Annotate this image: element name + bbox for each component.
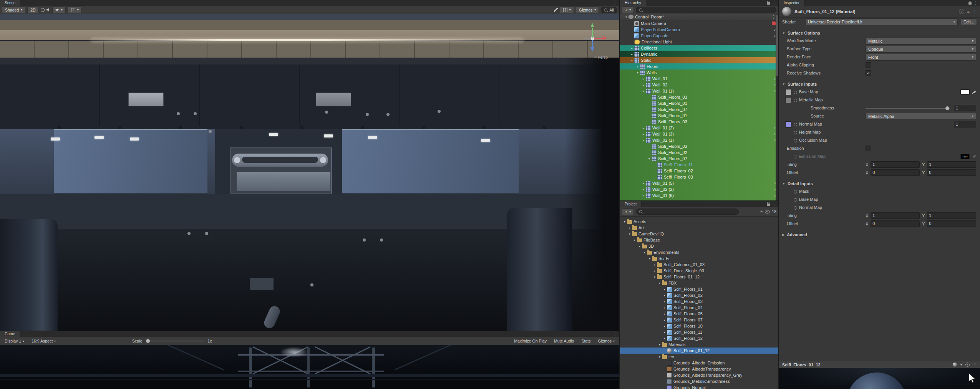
project-row[interactable]: ▸Art [620,225,778,231]
chevron-down-icon[interactable]: ▾ [960,363,962,366]
shader-dropdown[interactable]: Universal Render Pipeline/Lit▾ [805,18,958,25]
mute-audio-button[interactable]: Mute Audio [551,337,577,345]
favorite-star-icon[interactable]: ★ [760,210,763,214]
project-row[interactable]: Grounds_Albedo_Emission [620,360,778,366]
hierarchy-row[interactable]: ▸Wall_02› [620,82,778,88]
gizmo-y-cone[interactable] [590,23,594,27]
effects-dropdown[interactable]: ▾ [52,7,66,13]
hierarchy-row[interactable]: ▸Dynamic [620,51,778,57]
expander-open-icon[interactable]: ▼ [657,282,662,285]
tab-game[interactable]: Game [0,331,20,337]
hierarchy-row[interactable]: Scifi_Floors_02 [620,149,778,156]
expander-closed-icon[interactable]: ▸ [641,77,646,81]
expander-closed-icon[interactable]: ▸ [662,294,667,297]
expander-closed-icon[interactable]: ▸ [641,126,646,130]
hierarchy-row[interactable]: ▸Colliders [620,45,778,51]
expander-closed-icon[interactable]: ▸ [662,312,667,316]
expander-closed-icon[interactable]: ▸ [641,182,646,185]
hierarchy-row[interactable]: ▸Wall_01 (6)› [620,192,778,199]
maximize-on-play-button[interactable]: Maximize On Play [511,337,549,345]
material-preview-area[interactable] [779,368,980,389]
expander-closed-icon[interactable]: ▸ [630,53,634,56]
project-row[interactable]: ▸Scifi_Floors_04 [620,305,778,311]
eyedropper-icon[interactable] [972,154,976,159]
receive-shadows-checkbox[interactable]: ✓ [866,70,871,76]
tiling-y-field[interactable]: 1 [927,161,976,168]
hidden-count-eye-icon[interactable] [765,210,770,214]
hierarchy-row[interactable]: Scifi_Floors_07 [620,106,778,113]
detail-offset-y-field[interactable]: 0 [927,220,976,227]
hierarchy-row[interactable]: PlayerCapsule› [620,33,778,39]
inspector-menu-icon[interactable]: ⋮ [974,1,978,5]
expander-open-icon[interactable]: ▼ [627,233,632,235]
expander-open-icon[interactable]: ▼ [641,139,646,142]
hierarchy-row[interactable]: ▸Floors [620,63,778,70]
metallic-map-thumbnail[interactable] [785,97,791,103]
expander-closed-icon[interactable]: ▸ [662,306,667,310]
preview-menu-icon[interactable]: ⋮ [973,363,977,367]
scene-search-input[interactable]: All [601,7,617,13]
eyedropper-icon[interactable] [972,90,976,94]
gizmo-z-cone[interactable] [590,47,594,51]
preview-light-icon[interactable] [965,363,970,367]
project-row[interactable]: ▸Scifi_Floors_10 [620,323,778,329]
object-picker-icon[interactable] [794,206,797,210]
material-menu-icon[interactable]: ⋮ [973,9,977,14]
hierarchy-row[interactable]: Main Camera [620,20,778,26]
expander-closed-icon[interactable]: ▸ [630,46,634,50]
project-row[interactable]: ▸Scifi_Columns_01_03 [620,262,778,268]
game-viewport[interactable] [0,345,619,389]
surface-inputs-header[interactable]: ▼Surface Inputs [779,80,980,88]
expander-closed-icon[interactable]: ▸ [627,226,632,230]
base-map-thumbnail[interactable] [785,89,791,95]
surface-options-header[interactable]: ▼Surface Options [779,29,980,37]
offset-x-field[interactable]: 0 [871,169,920,176]
emission-hdr-swatch[interactable]: HDR [960,154,970,159]
normal-scale-field[interactable]: 1 [954,121,976,127]
expander-closed-icon[interactable]: ▸ [662,288,667,291]
hierarchy-row[interactable]: Scifi_Floors_11 [620,162,778,168]
smoothness-slider-handle[interactable] [945,106,949,110]
alpha-clipping-checkbox[interactable] [866,62,871,68]
2d-toggle-button[interactable]: 2D [27,7,38,13]
expander-open-icon[interactable]: ▼ [632,239,637,242]
source-dropdown[interactable]: Metallic Alpha▾ [866,113,976,120]
scale-slider[interactable] [146,341,204,341]
hierarchy-scrollbar-thumb[interactable] [776,15,778,76]
object-picker-icon[interactable] [794,190,797,194]
lock-icon[interactable] [767,204,770,206]
project-row[interactable]: ▼Environments [620,249,778,255]
hierarchy-row[interactable] [620,199,778,200]
expander-open-icon[interactable]: ▼ [637,245,642,248]
game-gizmos-dropdown[interactable]: Gizmos▾ [595,337,617,345]
project-row[interactable]: ▼3D [620,243,778,249]
gizmos-dropdown[interactable]: Gizmos▾ [576,7,599,13]
expander-open-icon[interactable]: ▼ [647,257,652,260]
project-row[interactable]: ▸Scifi_Floors_05 [620,311,778,317]
hierarchy-row[interactable]: ▼Wall_01 (1)› [620,88,778,94]
hierarchy-row[interactable]: PlayerFollowCamera› [620,26,778,33]
scale-slider-handle[interactable] [146,339,150,343]
hierarchy-row[interactable]: ▼Wall_02 (1)› [620,137,778,143]
expander-open-icon[interactable]: ▼ [657,356,662,358]
project-row[interactable]: ▼FileBase [620,237,778,243]
project-row[interactable]: ▸Scifi_Floors_12 [620,335,778,341]
material-preview-bar[interactable]: Scifi_Floors_01_12 ▾ ⋮ [779,361,980,368]
detail-offset-x-field[interactable]: 0 [871,220,920,227]
object-picker-icon[interactable] [794,99,797,102]
expander-closed-icon[interactable]: ▸ [662,300,667,303]
smoothness-slider[interactable] [866,108,950,109]
expander-closed-icon[interactable]: ▸ [652,269,657,273]
orientation-gizmo[interactable] [574,20,611,57]
surface-type-dropdown[interactable]: Opaque▾ [866,46,976,53]
hierarchy-row[interactable]: Directional Light [620,39,778,45]
display-dropdown[interactable]: Display 1▾ [2,337,27,345]
hierarchy-row[interactable]: Scifi_Floors_02 [620,168,778,174]
scene-audio-icon[interactable] [46,8,50,12]
advanced-header[interactable]: ▶Advanced [779,231,980,238]
normal-map-thumbnail[interactable] [785,121,791,127]
detail-tiling-x-field[interactable]: 1 [871,212,920,219]
expander-open-icon[interactable]: ▼ [635,71,640,74]
expander-closed-icon[interactable]: ▸ [662,318,667,322]
hierarchy-row[interactable]: ▼Static [620,57,778,63]
